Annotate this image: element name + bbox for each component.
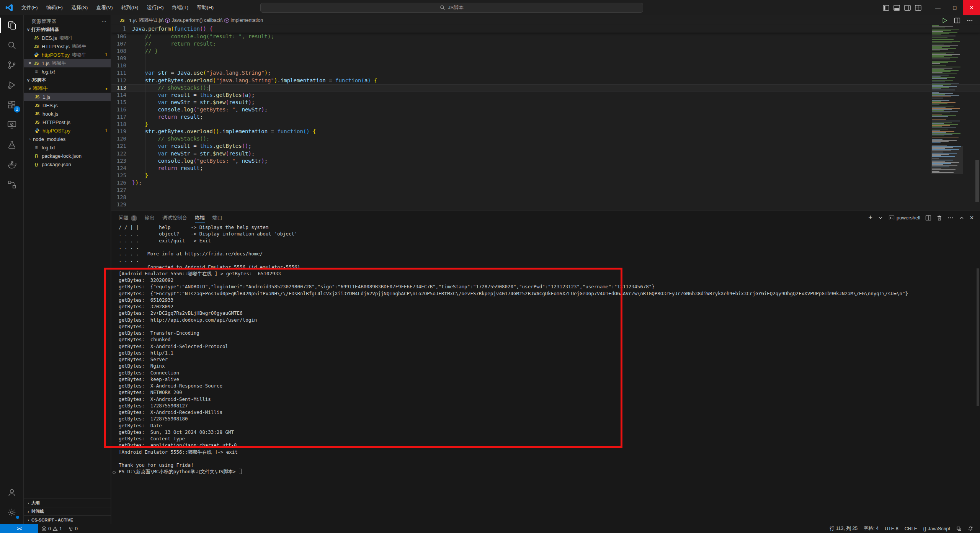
activity-testing[interactable] (0, 135, 24, 155)
run-file-icon[interactable] (941, 17, 948, 24)
close-icon[interactable]: ✕ (27, 60, 33, 66)
panel-tab-终端[interactable]: 终端 (191, 211, 209, 224)
folder-name: node_modules (33, 136, 65, 142)
menu-item[interactable]: 运行(R) (142, 0, 168, 15)
minimap[interactable] (931, 25, 963, 173)
tree-folder[interactable]: ›node_modules (24, 135, 111, 143)
line-number: 110 (111, 62, 126, 69)
activity-accounts[interactable] (0, 482, 24, 502)
tree-file[interactable]: JShook.js (24, 110, 111, 118)
menu-item[interactable]: 查看(V) (92, 0, 117, 15)
terminal-instance[interactable]: powershell (889, 215, 920, 221)
maximize-button[interactable]: □ (946, 0, 963, 15)
encoding-status[interactable]: UTF-8 (882, 524, 901, 533)
sidebar-section-时间线[interactable]: ›时间线 (24, 507, 111, 515)
notifications-bell[interactable] (965, 524, 976, 533)
activity-remote-explorer[interactable] (0, 115, 24, 135)
toggle-secondary-sidebar-icon[interactable] (904, 4, 911, 11)
eol-status[interactable]: CRLF (902, 524, 920, 533)
tree-file[interactable]: JS1.js (24, 93, 111, 101)
panel-tab-输出[interactable]: 输出 (141, 211, 158, 224)
new-terminal-icon[interactable]: + (868, 214, 872, 222)
tree-file[interactable]: JSDES.js (24, 101, 111, 110)
terminal-scrollbar[interactable] (977, 268, 979, 406)
activity-source-control[interactable] (0, 55, 24, 75)
file-name: httpPOST.py (42, 52, 70, 58)
extension-status-icon[interactable] (953, 524, 965, 533)
kill-terminal-icon[interactable] (936, 215, 942, 221)
activity-explorer[interactable] (0, 15, 24, 35)
python-file-icon (34, 128, 41, 133)
menu-item[interactable]: 转到(G) (117, 0, 143, 15)
customize-layout-icon[interactable] (915, 4, 922, 11)
problems-status[interactable]: 0 1 (38, 524, 65, 533)
activity-extension-misc[interactable] (0, 175, 24, 195)
panel-tab-问题[interactable]: 问题1 (115, 211, 141, 224)
open-editor-item[interactable]: ✕JS1.js嘟嘟牛 (24, 59, 111, 67)
menu-item[interactable]: 文件(F) (17, 0, 42, 15)
editor-more-actions-icon[interactable] (967, 17, 973, 24)
split-editor-icon[interactable] (954, 17, 960, 24)
maximize-panel-icon[interactable] (959, 215, 965, 221)
activity-run-and-debug[interactable] (0, 75, 24, 95)
code-area[interactable]: 106 // console.log("result: ", result);1… (111, 33, 980, 211)
activity-docker[interactable] (0, 155, 24, 175)
breadcrumb[interactable]: JS 1.js 嘟嘟牛\1.js\ Java.perform() callbac… (111, 15, 980, 25)
activity-extensions[interactable]: 2 (0, 95, 24, 115)
editor-group[interactable]: JS 1.js 嘟嘟牛\1.js\ Java.perform() callbac… (111, 15, 980, 211)
tree-file[interactable]: {}package-lock.json (24, 152, 111, 160)
command-decoration-icon[interactable] (113, 471, 116, 474)
panel-tab-调试控制台[interactable]: 调试控制台 (158, 211, 191, 224)
open-editors-list: JSDES.js嘟嘟牛JSHTTPPost.js嘟嘟牛httpPOST.py嘟嘟… (24, 34, 111, 76)
minimap-line (932, 133, 960, 134)
split-terminal-icon[interactable] (925, 215, 931, 221)
tree-file[interactable]: httpPOST.py1 (24, 126, 111, 135)
tree-file[interactable]: ≡log.txt (24, 143, 111, 152)
minimap-line (932, 57, 958, 58)
remote-indicator[interactable]: >< (0, 524, 38, 533)
tree-folder[interactable]: ∨嘟嘟牛● (24, 84, 111, 93)
breadcrumb-symbol-2[interactable]: implementation (231, 18, 263, 23)
indentation-status[interactable]: 空格: 4 (861, 524, 882, 533)
editor-scrollbar[interactable] (975, 25, 980, 211)
ports-status[interactable]: 0 (65, 524, 81, 533)
terminal-output[interactable]: /_/ |_| help -> Displays the help system… (119, 224, 972, 524)
explorer-more-actions-icon[interactable]: ⋯ (101, 19, 107, 25)
command-center-search[interactable]: JS脚本 (260, 3, 643, 13)
minimize-button[interactable]: — (929, 0, 946, 15)
cursor-position-status[interactable]: 行 113, 列 25 (827, 524, 861, 533)
menu-item[interactable]: 帮助(H) (193, 0, 218, 15)
minimap-slider[interactable] (931, 146, 963, 174)
close-panel-icon[interactable]: ✕ (970, 215, 974, 221)
terminal-dropdown-icon[interactable] (877, 215, 884, 221)
activity-settings[interactable] (0, 502, 24, 522)
menu-item[interactable]: 选择(S) (67, 0, 92, 15)
code-line: console.log("getBytes: ", newStr); (132, 106, 268, 113)
tree-file[interactable]: JSHTTPPost.js (24, 118, 111, 126)
terminal-line: getBytes: Nginx (119, 363, 972, 369)
open-editor-item[interactable]: JSDES.js嘟嘟牛 (24, 34, 111, 42)
panel-more-actions-icon[interactable] (947, 215, 954, 221)
breadcrumb-path[interactable]: 嘟嘟牛\1.js\ (139, 17, 163, 24)
breadcrumb-symbol-1[interactable]: Java.perform() callback (172, 18, 221, 23)
sidebar-section-大纲[interactable]: ›大纲 (24, 499, 111, 507)
line-number: 129 (111, 201, 126, 208)
language-status[interactable]: {} JavaScript (920, 524, 953, 533)
close-button[interactable]: ✕ (963, 0, 980, 15)
toggle-sidebar-icon[interactable] (882, 4, 890, 11)
sticky-scroll-line[interactable]: 1Java.perform(function() { (111, 25, 980, 33)
tree-file[interactable]: {}package.json (24, 160, 111, 168)
breadcrumb-file[interactable]: 1.js (129, 18, 137, 23)
open-editor-item[interactable]: httpPOST.py嘟嘟牛1 (24, 51, 111, 59)
workspace-folder-header[interactable]: ∨ JS脚本 (24, 76, 111, 84)
code-line: str.getBytes.overload("java.lang.String"… (132, 77, 377, 83)
menu-item[interactable]: 终端(T) (168, 0, 193, 15)
menu-item[interactable]: 编辑(E) (42, 0, 67, 15)
open-editor-item[interactable]: JSHTTPPost.js嘟嘟牛 (24, 42, 111, 51)
sidebar-section-CS-SCRIPT - ACTIVE[interactable]: ›CS-SCRIPT - ACTIVE (24, 515, 111, 524)
panel-tab-端口[interactable]: 端口 (209, 211, 226, 224)
toggle-panel-icon[interactable] (893, 4, 900, 11)
open-editor-item[interactable]: ≡log.txt (24, 67, 111, 76)
activity-search[interactable] (0, 35, 24, 55)
open-editors-header[interactable]: ∨ 打开的编辑器 (24, 25, 111, 34)
